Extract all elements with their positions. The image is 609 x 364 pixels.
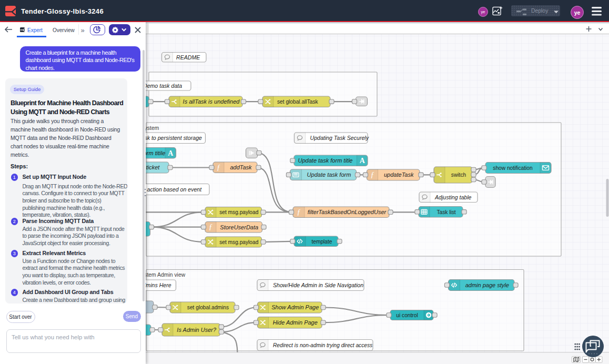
svg-text:set global.allTask: set global.allTask — [277, 99, 318, 105]
svg-text:A: A — [360, 157, 366, 165]
svg-text:show notification: show notification — [493, 165, 532, 171]
svg-text:switch: switch — [451, 172, 466, 178]
svg-text:set msg.payload: set msg.payload — [219, 239, 259, 245]
svg-text:Show/Hide Admin in Side Naviga: Show/Hide Admin in Side Navigation — [273, 282, 363, 288]
svg-text:ƒ: ƒ — [217, 164, 220, 171]
svg-text:admin page style: admin page style — [465, 282, 509, 288]
svg-text:addTask: addTask — [230, 164, 252, 170]
svg-text:Task to persistent storage: Task to persistent storage — [138, 135, 202, 141]
svg-text:Hide Admin Page: Hide Admin Page — [273, 319, 318, 326]
svg-text:updateTask: updateTask — [384, 171, 414, 178]
svg-text:set global.admins: set global.admins — [187, 305, 229, 310]
svg-text:Update task form: Update task form — [307, 171, 351, 178]
svg-text:Updating Task Securely: Updating Task Securely — [310, 135, 369, 141]
svg-text:ƒ: ƒ — [209, 223, 212, 231]
svg-text:Redirect is non-admin trying d: Redirect is non-admin trying direct acce… — [273, 342, 372, 348]
svg-text:Is allTask is undefined: Is allTask is undefined — [183, 98, 240, 105]
svg-text:README: README — [176, 54, 200, 60]
svg-text:Task list: Task list — [437, 209, 455, 215]
svg-text:template: template — [311, 239, 332, 245]
svg-text:ƒ: ƒ — [297, 208, 301, 216]
svg-text:StoreUserData: StoreUserData — [220, 224, 258, 230]
svg-text:filterTaskBasedOnLoggedUser: filterTaskBasedOnLoggedUser — [308, 209, 387, 215]
svg-text:set msg.payload: set msg.payload — [219, 209, 259, 215]
svg-text:Is Admin User?: Is Admin User? — [177, 327, 217, 333]
svg-text:ui control: ui control — [396, 312, 418, 318]
svg-text:A: A — [168, 149, 174, 157]
svg-text:Update task form title: Update task form title — [298, 157, 353, 164]
svg-text:Demo task data: Demo task data — [143, 83, 182, 89]
svg-text:Adjusting table: Adjusting table — [434, 194, 472, 200]
svg-text:Show Admin Page: Show Admin Page — [271, 304, 319, 310]
svg-text:ƒ: ƒ — [371, 171, 374, 179]
